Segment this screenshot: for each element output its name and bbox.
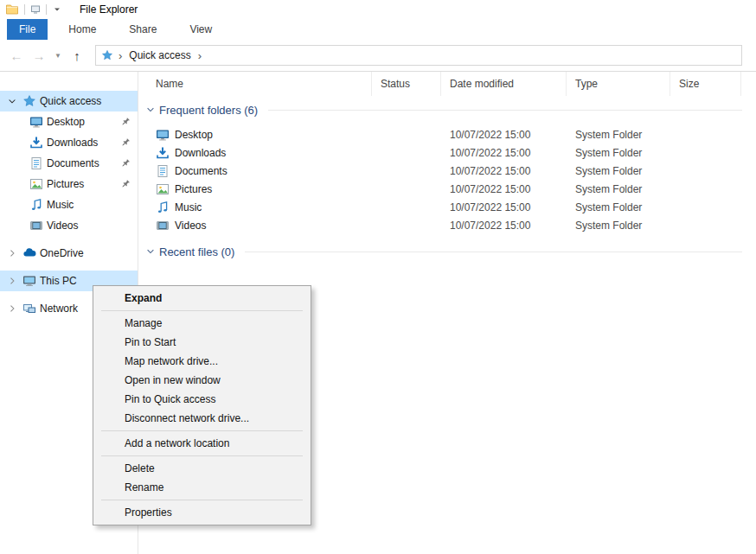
tab-home[interactable]: Home [56,19,108,40]
breadcrumb[interactable]: Quick access [127,49,192,61]
videos-icon [156,219,170,232]
file-type: System Folder [567,162,670,180]
table-row-desktop[interactable]: Desktop 10/07/2022 15:00 System Folder [138,125,756,143]
back-button-icon[interactable]: ← [7,46,26,65]
sidebar-item-quick-access[interactable]: Quick access [0,91,138,111]
sidebar-item-desktop[interactable]: Desktop [0,111,138,132]
group-header-frequent-folders[interactable]: Frequent folders (6) [145,101,756,118]
column-header-status[interactable]: Status [372,72,441,96]
address-bar[interactable]: › Quick access › [95,45,742,66]
group-header-label: Frequent folders (6) [159,104,258,117]
column-header-type[interactable]: Type [567,72,670,96]
menu-item-rename[interactable]: Rename [93,478,311,497]
column-header-date-modified[interactable]: Date modified [441,72,567,96]
chevron-down-icon[interactable] [145,246,156,257]
column-header-size[interactable]: Size [670,72,741,96]
sidebar-item-label: Network [40,302,78,315]
file-status [372,162,441,180]
sidebar-item-documents[interactable]: Documents [0,153,138,174]
table-row-downloads[interactable]: Downloads 10/07/2022 15:00 System Folder [138,143,756,162]
file-status [372,198,441,216]
quick-access-star-icon [22,94,36,108]
pin-icon [119,156,133,171]
up-button-icon[interactable]: ↑ [67,46,86,65]
file-date-modified: 10/07/2022 15:00 [441,216,567,234]
sidebar-item-label: Documents [47,157,99,169]
file-status [372,180,441,198]
file-type: System Folder [567,180,670,198]
navigation-toolbar: ← → ▼ ↑ › Quick access › [0,40,756,72]
music-icon [156,201,170,214]
sidebar-item-downloads[interactable]: Downloads [0,132,138,153]
column-header-row: Name Status Date modified Type Size [138,72,756,96]
menu-item-pin-to-quick-access[interactable]: Pin to Quick access [93,390,311,409]
file-status [372,143,441,162]
frequent-folders-list: Desktop 10/07/2022 15:00 System Folder D… [138,125,756,234]
desktop-icon [156,128,170,142]
table-row-documents[interactable]: Documents 10/07/2022 15:00 System Folder [138,162,756,180]
menu-item-properties[interactable]: Properties [93,503,311,522]
file-date-modified: 10/07/2022 15:00 [441,162,567,180]
desktop-icon [29,115,43,129]
menu-item-manage[interactable]: Manage [93,314,311,333]
chevron-right-icon[interactable] [5,246,19,260]
menu-item-add-network-location[interactable]: Add a network location [93,434,311,453]
breadcrumb-separator-icon[interactable]: › [198,50,202,61]
sidebar-item-label: OneDrive [40,247,84,259]
sidebar-item-label: Pictures [47,178,84,190]
file-status [372,216,441,234]
menu-item-open-in-new-window[interactable]: Open in new window [93,371,311,390]
menu-separator [101,430,303,431]
sidebar-item-label: This PC [40,275,77,287]
menu-item-map-network-drive[interactable]: Map network drive... [93,352,311,371]
context-menu: Expand Manage Pin to Start Map network d… [93,285,311,525]
ribbon-tab-bar: File Home Share View [0,19,756,40]
recent-locations-dropdown-icon[interactable]: ▼ [52,46,64,65]
menu-item-expand[interactable]: Expand [93,289,311,308]
title-bar: File Explorer [0,0,756,19]
sidebar-item-music[interactable]: Music [0,194,138,215]
sidebar-item-label: Videos [47,220,78,232]
tab-view[interactable]: View [177,19,224,40]
pin-icon [119,115,133,130]
chevron-down-icon[interactable] [5,94,19,108]
pin-icon [119,136,133,150]
file-name: Music [175,201,202,213]
documents-icon [156,164,170,178]
tab-file[interactable]: File [7,19,48,40]
sidebar-item-label: Downloads [47,137,98,149]
sidebar-item-pictures[interactable]: Pictures [0,174,138,194]
videos-icon [29,219,43,232]
chevron-right-icon[interactable] [5,302,19,315]
quick-access-star-icon [101,49,113,61]
documents-icon [29,156,43,170]
music-icon [29,198,43,212]
menu-item-disconnect-network-drive[interactable]: Disconnect network drive... [93,409,311,428]
sidebar-item-onedrive[interactable]: OneDrive [0,243,138,264]
sidebar-item-label: Quick access [40,95,101,107]
group-header-recent-files[interactable]: Recent files (0) [145,243,756,260]
forward-button-icon[interactable]: → [29,46,48,65]
file-name: Desktop [175,129,213,141]
table-row-videos[interactable]: Videos 10/07/2022 15:00 System Folder [138,216,756,234]
table-row-music[interactable]: Music 10/07/2022 15:00 System Folder [138,198,756,216]
file-type: System Folder [567,143,670,162]
sidebar-item-videos[interactable]: Videos [0,215,138,236]
chevron-down-icon[interactable] [145,105,156,115]
chevron-down-icon[interactable] [52,4,62,15]
tab-share[interactable]: Share [117,19,169,40]
quick-access-toolbar-icon[interactable] [30,4,41,15]
breadcrumb-separator-icon: › [119,50,122,61]
file-type: System Folder [567,125,670,143]
sidebar-item-label: Desktop [47,116,85,128]
group-header-label: Recent files (0) [159,245,234,258]
table-row-pictures[interactable]: Pictures 10/07/2022 15:00 System Folder [138,180,756,198]
pictures-icon [156,182,170,196]
file-type: System Folder [567,198,670,216]
menu-item-pin-to-start[interactable]: Pin to Start [93,333,311,352]
file-date-modified: 10/07/2022 15:00 [441,180,567,198]
menu-item-delete[interactable]: Delete [93,459,311,478]
chevron-right-icon[interactable] [5,274,19,288]
titlebar-divider [24,4,25,15]
column-header-name[interactable]: Name [138,72,372,96]
